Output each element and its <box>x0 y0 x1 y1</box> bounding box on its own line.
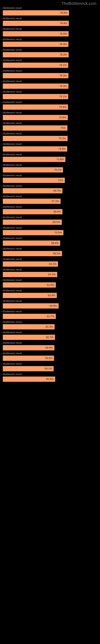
bar-track: 59.9% <box>3 345 89 350</box>
chart-row-label-line: ✦Bottleneck result <box>1 164 100 166</box>
chart-row-label: Bottleneck result <box>3 90 22 93</box>
chart-row-bar: 66.8% <box>1 240 100 246</box>
chart-row: ✦Bottleneck result60.7% <box>1 331 100 340</box>
chart-row-bar: 75.6% <box>1 115 100 120</box>
chart-row-label-line: ✦Bottleneck result <box>1 59 100 62</box>
chart-row: ✦Bottleneck result59.6% <box>1 352 100 361</box>
bullet-icon: ✦ <box>1 342 3 344</box>
bar-value-label: 59.1% <box>3 366 53 371</box>
chart-row-label: Bottleneck result <box>3 300 22 302</box>
chart-row-label-line: ✦Bottleneck result <box>1 143 100 146</box>
chart-row-label-line: ✦Bottleneck result <box>1 289 100 292</box>
bar-value-label: 63.3% <box>3 272 57 277</box>
chart-row-bar: 72.8% <box>1 157 100 162</box>
chart-row-bar: 76.5% <box>1 31 100 36</box>
bar-value-label: 69.4% <box>3 209 62 214</box>
bar-track: 76.3% <box>3 73 89 78</box>
chart-row-bar: 61.6% <box>1 282 100 288</box>
chart-row-label: Bottleneck result <box>3 111 22 114</box>
chart-row-bar: 75.3% <box>1 136 100 141</box>
chart-row: ✦Bottleneck result66.8% <box>1 237 100 246</box>
chart-row-label: Bottleneck result <box>3 258 22 260</box>
bar-track: 60.7% <box>3 335 89 340</box>
chart-row: ✦Bottleneck result62.8% <box>1 289 100 298</box>
chart-row-bar: 62.8% <box>1 293 100 298</box>
chart-row: ✦Bottleneck result76.9% <box>1 7 100 16</box>
chart-row-label-line: ✦Bottleneck result <box>1 258 100 260</box>
bar-value-label: 76.3% <box>3 84 68 89</box>
bar-value-label: 59.6% <box>3 356 54 361</box>
chart-row: ✦Bottleneck result76.1% <box>1 90 100 99</box>
bullet-icon: ✦ <box>1 185 3 187</box>
bullet-icon: ✦ <box>1 112 3 114</box>
chart-row-label-line: ✦Bottleneck result <box>1 226 100 229</box>
chart-row: ✦Bottleneck result74.9% <box>1 143 100 152</box>
chart-row-label-line: ✦Bottleneck result <box>1 247 100 250</box>
bar-track: 76.9% <box>3 10 89 16</box>
chart-row: ✦Bottleneck result75% <box>1 122 100 130</box>
chart-row-label: Bottleneck result <box>3 7 22 10</box>
chart-row-bar: 68.5% <box>1 220 100 225</box>
chart-row-label: Bottleneck result <box>3 310 22 313</box>
chart-row-label-line: ✦Bottleneck result <box>1 90 100 93</box>
bar-value-label: 75% <box>3 126 67 130</box>
bar-track: 60.9% <box>3 376 89 382</box>
chart-row-bar: 59.6% <box>1 356 100 361</box>
chart-row-label-line: ✦Bottleneck result <box>1 331 100 334</box>
bar-track: 68.5% <box>3 220 89 225</box>
chart-row-label-line: ✦Bottleneck result <box>1 373 100 376</box>
bullet-icon: ✦ <box>1 143 3 145</box>
chart-row-bar: 76.4% <box>1 52 100 57</box>
bar-value-label: 62.8% <box>3 293 57 298</box>
bar-value-label: 76.3% <box>3 73 68 78</box>
chart-row: ✦Bottleneck result60.9% <box>1 373 100 382</box>
chart-row-bar: 75% <box>1 126 100 130</box>
chart-row: ✦Bottleneck result61.6% <box>1 279 100 288</box>
bar-value-label: 66.8% <box>3 240 60 246</box>
chart-row-label: Bottleneck result <box>3 247 22 250</box>
chart-row-bar: 70.1% <box>1 167 100 172</box>
chart-row-label-line: ✦Bottleneck result <box>1 268 100 271</box>
chart-row-label: Bottleneck result <box>3 132 22 135</box>
chart-row-label: Bottleneck result <box>3 331 22 334</box>
chart-row-label: Bottleneck result <box>3 320 22 324</box>
chart-row-label: Bottleneck result <box>3 80 22 83</box>
bullet-icon: ✦ <box>1 216 3 218</box>
chart-row-label-line: ✦Bottleneck result <box>1 195 100 198</box>
bar-value-label: 61.6% <box>3 282 56 288</box>
chart-row-label-line: ✦Bottleneck result <box>1 362 100 365</box>
bar-value-label: 76.9% <box>3 10 69 16</box>
bar-value-label: 60.7% <box>3 335 55 340</box>
bullet-icon: ✦ <box>1 206 3 208</box>
chart-row-label: Bottleneck result <box>3 59 22 62</box>
chart-row-label: Bottleneck result <box>3 143 22 146</box>
chart-row-bar: 70.5% <box>1 230 100 235</box>
chart-row-label-line: ✦Bottleneck result <box>1 70 100 72</box>
bar-value-label: 60.9% <box>3 376 55 382</box>
bar-track: 64.9% <box>3 303 89 308</box>
chart-row-label: Bottleneck result <box>3 206 22 208</box>
bar-track: 76.3% <box>3 84 89 89</box>
bullet-icon: ✦ <box>1 363 3 365</box>
chart-row-label: Bottleneck result <box>3 342 22 344</box>
chart-row-label: Bottleneck result <box>3 174 22 177</box>
chart-row-label: Bottleneck result <box>3 362 22 365</box>
chart-row: ✦Bottleneck result63.3% <box>1 268 100 277</box>
bar-value-label: 67.3% <box>3 199 61 204</box>
chart-row-bar: 60.9% <box>1 376 100 382</box>
chart-row: ✦Bottleneck result75.3% <box>1 132 100 141</box>
chart-row-bar: 61.7% <box>1 314 100 319</box>
bar-track: 60.2% <box>3 324 89 330</box>
bullet-icon: ✦ <box>1 154 3 156</box>
bar-track: 70.1% <box>3 167 89 172</box>
chart-row: ✦Bottleneck result60.2% <box>1 320 100 330</box>
bar-value-label: 61.7% <box>3 314 56 319</box>
bar-value-label: 76.3% <box>3 42 68 47</box>
bar-value-label: 72.8% <box>3 157 65 162</box>
chart-row-bar: 69.3% <box>1 188 100 194</box>
chart-row: ✦Bottleneck result72.8% <box>1 153 100 162</box>
bullet-icon: ✦ <box>1 352 3 354</box>
bar-track: 76.4% <box>3 52 89 57</box>
bullet-icon: ✦ <box>1 279 3 281</box>
chart-row-label-line: ✦Bottleneck result <box>1 132 100 135</box>
